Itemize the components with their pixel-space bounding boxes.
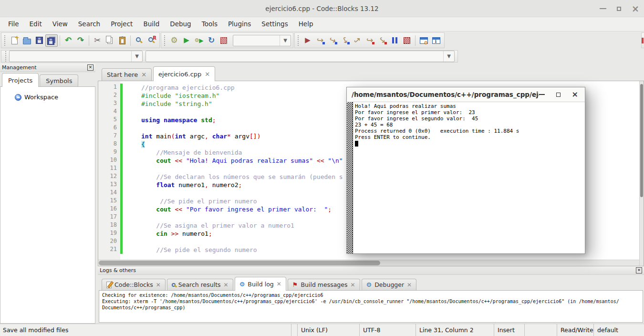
- menu-item-project[interactable]: Project: [105, 17, 138, 31]
- line-number[interactable]: 7: [98, 132, 120, 140]
- terminal-content[interactable]: Hola! Aqui podras realizar sumasPor favo…: [347, 102, 585, 253]
- tab-start-here[interactable]: Start here ✕: [102, 68, 152, 81]
- stop-debugger-button[interactable]: [401, 34, 413, 47]
- symbol-scope-combobox[interactable]: ▼: [9, 51, 143, 62]
- menu-item-help[interactable]: Help: [293, 17, 319, 31]
- line-number[interactable]: 13: [98, 181, 120, 189]
- menu-item-plugins[interactable]: Plugins: [223, 17, 256, 31]
- break-debugger-button[interactable]: [388, 34, 401, 47]
- window-minimize-button[interactable]: [600, 8, 606, 9]
- line-number[interactable]: 9: [98, 148, 120, 157]
- line-number[interactable]: 8: [98, 140, 120, 148]
- terminal-maximize-button[interactable]: [556, 93, 561, 97]
- step-into-instruction-button[interactable]: ↪: [376, 34, 388, 47]
- tab-ejercicio6-cpp[interactable]: ejercicio6.cpp ✕: [153, 66, 215, 81]
- close-tab-icon[interactable]: ✕: [141, 71, 146, 78]
- menu-item-view[interactable]: View: [47, 17, 73, 31]
- build-target-combobox[interactable]: ▼: [233, 35, 291, 46]
- close-tab-icon[interactable]: ✕: [205, 71, 210, 78]
- close-tab-icon[interactable]: ✕: [277, 281, 281, 287]
- line-number[interactable]: 2: [98, 92, 120, 100]
- management-close-button[interactable]: ✕: [87, 64, 93, 71]
- terminal-titlebar[interactable]: /home/msantos/Documentos/c++/programas_c…: [347, 87, 585, 102]
- tab-projects[interactable]: Projects: [2, 73, 39, 87]
- debugging-windows-button[interactable]: [417, 34, 430, 47]
- menu-item-tools[interactable]: Tools: [197, 17, 223, 31]
- replace-button[interactable]: R: [145, 34, 157, 47]
- menu-item-debug[interactable]: Debug: [165, 17, 196, 31]
- step-into-button[interactable]: ↪: [339, 34, 351, 47]
- debug-continue-button[interactable]: ▶: [301, 34, 314, 47]
- menu-item-edit[interactable]: Edit: [24, 17, 47, 31]
- open-file-button[interactable]: [21, 34, 33, 47]
- save-button[interactable]: [33, 34, 45, 47]
- tab-build-messages[interactable]: ⚑ Build messages ✕: [288, 279, 360, 290]
- menu-item-file[interactable]: File: [3, 17, 24, 31]
- step-out-button[interactable]: ↪: [351, 34, 364, 47]
- close-tab-icon[interactable]: ✕: [224, 282, 229, 288]
- line-number[interactable]: 3: [98, 100, 120, 108]
- various-info-button[interactable]: [430, 34, 442, 47]
- run-to-cursor-button[interactable]: ↪: [314, 34, 326, 47]
- menu-item-settings[interactable]: Settings: [256, 17, 293, 31]
- rebuild-button[interactable]: ↻: [205, 34, 218, 47]
- undo-button[interactable]: ↶: [62, 34, 74, 47]
- cut-button[interactable]: ✂: [91, 34, 104, 47]
- toolbar-grip[interactable]: [5, 51, 6, 62]
- tab-symbols[interactable]: Symbols: [40, 74, 78, 86]
- scrollbar-thumb[interactable]: [640, 84, 643, 197]
- line-number[interactable]: 5: [98, 116, 120, 124]
- line-number[interactable]: 11: [98, 165, 120, 173]
- line-number[interactable]: 10: [98, 157, 120, 165]
- line-number[interactable]: 17: [98, 213, 120, 221]
- paste-button[interactable]: [116, 34, 128, 47]
- line-number[interactable]: 20: [98, 238, 120, 246]
- debug-play-icon: ▶: [305, 37, 311, 44]
- window-maximize-button[interactable]: [617, 7, 621, 11]
- symbol-function-combobox[interactable]: ▼: [145, 51, 455, 62]
- terminal-close-button[interactable]: ×: [572, 91, 578, 98]
- editor-vertical-scrollbar[interactable]: [639, 81, 644, 266]
- toolbar-grip[interactable]: [4, 35, 5, 46]
- build-button[interactable]: ⚙: [168, 34, 180, 47]
- terminal-minimize-button[interactable]: [539, 94, 545, 95]
- menu-item-build[interactable]: Build: [138, 17, 165, 31]
- line-number[interactable]: 4: [98, 108, 120, 116]
- logs-close-button[interactable]: ✕: [636, 267, 642, 273]
- abort-button[interactable]: [218, 34, 230, 47]
- terminal-scrollbar[interactable]: [347, 102, 353, 253]
- tab-build-log[interactable]: ⚙ Build log ✕: [235, 277, 286, 291]
- scrollbar-thumb[interactable]: [99, 261, 380, 265]
- copy-button[interactable]: [104, 34, 116, 47]
- toolbar-grip[interactable]: [298, 35, 299, 46]
- run-button[interactable]: ▶: [180, 34, 193, 47]
- workspace-tree-item[interactable]: Workspace: [15, 94, 95, 101]
- next-instruction-button[interactable]: ↪: [364, 34, 376, 47]
- close-tab-icon[interactable]: ✕: [351, 282, 355, 288]
- close-tab-icon[interactable]: ✕: [407, 282, 412, 288]
- line-number[interactable]: 6: [98, 124, 120, 132]
- line-number[interactable]: 1: [98, 84, 120, 92]
- line-number[interactable]: 16: [98, 205, 120, 213]
- toolbar-grip[interactable]: [164, 35, 165, 46]
- next-line-button[interactable]: ↪: [326, 34, 339, 47]
- xterm-console-window[interactable]: /home/msantos/Documentos/c++/programas_c…: [346, 87, 585, 254]
- build-and-run-button[interactable]: ⚙▶: [193, 34, 205, 47]
- line-number[interactable]: 14: [98, 189, 120, 197]
- tab-debugger-log[interactable]: ⚙ Debugger ✕: [362, 279, 417, 290]
- close-tab-icon[interactable]: ✕: [156, 282, 161, 288]
- line-number[interactable]: 15: [98, 197, 120, 205]
- tab-search-results[interactable]: Search results ✕: [167, 279, 233, 290]
- editor-horizontal-scrollbar[interactable]: [98, 260, 639, 266]
- line-number[interactable]: 12: [98, 173, 120, 181]
- window-close-button[interactable]: ×: [632, 4, 639, 13]
- save-all-button[interactable]: [45, 34, 58, 47]
- tab-codeblocks-log[interactable]: Code::Blocks ✕: [102, 279, 166, 290]
- redo-button[interactable]: ↷: [74, 34, 87, 47]
- menu-item-search[interactable]: Search: [73, 17, 105, 31]
- line-number[interactable]: 18: [98, 221, 120, 230]
- find-button[interactable]: [133, 34, 145, 47]
- line-number[interactable]: 21: [98, 246, 120, 254]
- new-file-button[interactable]: +: [8, 34, 21, 47]
- line-number[interactable]: 19: [98, 230, 120, 238]
